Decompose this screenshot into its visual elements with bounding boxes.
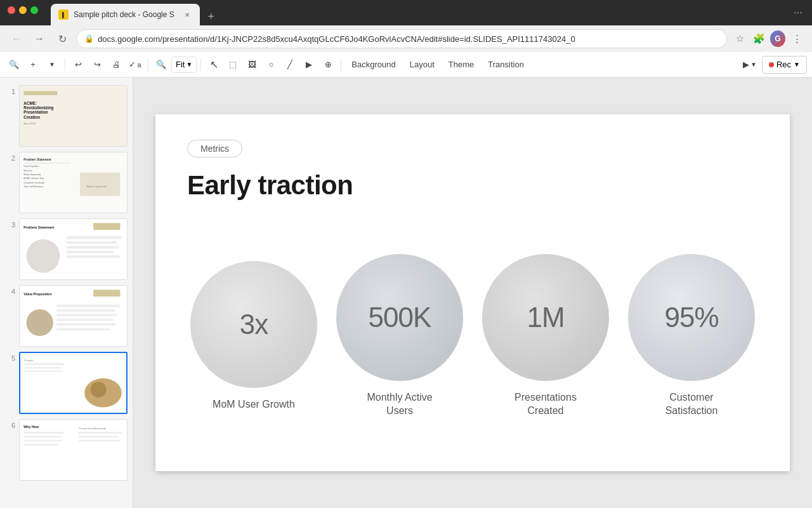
address-bar: ← → ↻ 🔒 docs.google.com/presentation/d/1… [0, 25, 812, 52]
search-button[interactable]: 🔍 [5, 56, 23, 74]
image-insert-button[interactable]: 🖼 [243, 56, 261, 74]
transition-label: Transition [488, 60, 524, 69]
slide-title: Early traction [187, 170, 758, 201]
add-button[interactable]: + [24, 56, 42, 74]
svg-rect-18 [80, 173, 120, 196]
svg-text:ACME's Solution: How: ACME's Solution: How [23, 177, 44, 180]
metric-item-2: 1M Presentations Created [479, 254, 612, 418]
svg-text:Competitive Advantage: Competitive Advantage [79, 427, 107, 430]
metric-circle-0: 3x [190, 261, 317, 388]
slide-thumb-6[interactable]: 6 Why Now Competitive Advantage [0, 417, 133, 483]
svg-rect-43 [24, 370, 63, 372]
bookmark-icon[interactable]: ☆ [732, 31, 747, 46]
undo-button[interactable]: ↩ [69, 56, 87, 74]
zoom-dropdown-icon: ▼ [186, 61, 192, 68]
traffic-light-yellow[interactable] [19, 6, 27, 14]
zoom-level[interactable]: Fit ▼ [171, 57, 197, 73]
metric-label-3: Customer Satisfaction [647, 391, 736, 418]
slide-num-6: 6 [5, 419, 15, 429]
svg-text:April 2024: April 2024 [23, 122, 36, 125]
svg-rect-21 [93, 223, 120, 230]
url-bar[interactable]: 🔒 docs.google.com/presentation/d/1Kj-JNC… [76, 29, 727, 48]
tab-title: Sample pitch deck - Google S [74, 10, 174, 19]
record-button[interactable]: Rec ▼ [762, 56, 807, 74]
slide-thumb-4[interactable]: 4 Value Proposition [0, 283, 133, 349]
add-dropdown-button[interactable]: ▼ [43, 56, 61, 74]
metrics-row: 3x MoM User Growth 500K Monthly Active U… [187, 220, 758, 452]
slide-thumb-1[interactable]: 1 ACME: Revolutionizing Presentation Cre… [0, 83, 133, 149]
svg-rect-11 [23, 163, 70, 164]
svg-rect-28 [67, 255, 121, 258]
slide-num-1: 1 [5, 85, 15, 95]
back-button[interactable]: ← [8, 30, 25, 48]
redo-button[interactable]: ↪ [88, 56, 106, 74]
background-label: Background [351, 60, 395, 69]
metric-label-1: Monthly Active Users [355, 391, 444, 418]
tab-favicon: ▐ [58, 10, 69, 20]
active-tab[interactable]: ▐ Sample pitch deck - Google S ✕ [51, 4, 200, 25]
metric-circle-1: 500K [336, 254, 463, 381]
profile-avatar: G [770, 30, 785, 47]
layout-button[interactable]: Layout [403, 56, 441, 74]
zoom-label: Fit [176, 60, 185, 69]
special-button[interactable]: ⊕ [319, 56, 337, 74]
theme-label: Theme [449, 60, 474, 69]
svg-text:▐: ▐ [60, 11, 64, 18]
security-lock-icon: 🔒 [84, 34, 94, 43]
svg-rect-27 [67, 251, 114, 253]
slide-thumb-3[interactable]: 3 Problem Statement [0, 216, 133, 283]
slide-canvas[interactable]: Metrics Early traction 3x MoM User Growt… [155, 114, 790, 471]
svg-rect-42 [24, 367, 60, 369]
record-dot-icon [769, 62, 774, 67]
zoom-button[interactable]: 🔍 [152, 56, 170, 74]
slide-image-6: Why Now Competitive Advantage [19, 419, 128, 481]
shapes-button[interactable]: ○ [262, 56, 280, 74]
metric-circle-2: 1M [482, 254, 609, 381]
svg-rect-52 [79, 432, 122, 434]
metric-item-1: 500K Monthly Active Users [333, 254, 466, 418]
transition-button[interactable]: Transition [481, 56, 530, 74]
slide-panel: 1 ACME: Revolutionizing Presentation Cre… [0, 77, 133, 508]
url-text: docs.google.com/presentation/d/1Kj-JNCP2… [98, 34, 719, 44]
svg-text:Market Opportunity: Market Opportunity [23, 173, 41, 176]
browser-more-button[interactable]: ⋮ [789, 31, 804, 46]
print-button[interactable]: 🖨 [107, 56, 125, 74]
svg-rect-48 [23, 432, 63, 434]
browser-profile-button[interactable]: G [770, 31, 785, 46]
slide-thumb-2[interactable]: 2 Problem Statement Value Proposition Wh… [0, 149, 133, 216]
select-tool-button[interactable]: ↖ [205, 56, 223, 74]
reload-button[interactable]: ↻ [53, 30, 71, 48]
metric-value-2: 1M [527, 302, 564, 333]
svg-text:Why Now: Why Now [23, 425, 39, 429]
video-button[interactable]: ▶ [300, 56, 318, 74]
svg-point-23 [27, 239, 60, 273]
traffic-light-green[interactable] [30, 6, 38, 14]
metric-value-0: 3x [240, 309, 268, 340]
svg-rect-35 [56, 314, 117, 317]
extensions-icon[interactable]: 🧩 [751, 31, 766, 46]
background-button[interactable]: Background [345, 56, 402, 74]
svg-text:Product: Product [24, 359, 34, 362]
selection-box-button[interactable]: ⬚ [224, 56, 242, 74]
svg-rect-50 [23, 440, 62, 442]
svg-text:Team and References: Team and References [23, 185, 43, 188]
slide-num-2: 2 [5, 152, 15, 162]
theme-button[interactable]: Theme [442, 56, 480, 74]
present-dropdown-button[interactable]: ▶ ▼ [740, 56, 759, 74]
line-button[interactable]: ╱ [281, 56, 299, 74]
slide-image-4: Value Proposition [19, 285, 128, 347]
spell-check-button[interactable]: ✓a [126, 56, 144, 74]
forward-button[interactable]: → [30, 30, 48, 48]
svg-text:Problem Statement: Problem Statement [23, 225, 54, 229]
browser-menu-button[interactable]: ⋯ [790, 5, 806, 20]
svg-text:Problem Statement: Problem Statement [23, 158, 51, 161]
tab-close-button[interactable]: ✕ [182, 10, 192, 20]
new-tab-button[interactable]: + [202, 8, 220, 25]
svg-text:Creation: Creation [23, 115, 40, 119]
slide-num-5: 5 [5, 352, 15, 362]
traffic-light-red[interactable] [8, 6, 15, 14]
svg-rect-30 [93, 290, 120, 297]
toolbar-separator-1 [65, 58, 65, 71]
slide-thumb-5[interactable]: 5 Product [0, 349, 133, 417]
metric-label-0: MoM User Growth [213, 398, 295, 411]
